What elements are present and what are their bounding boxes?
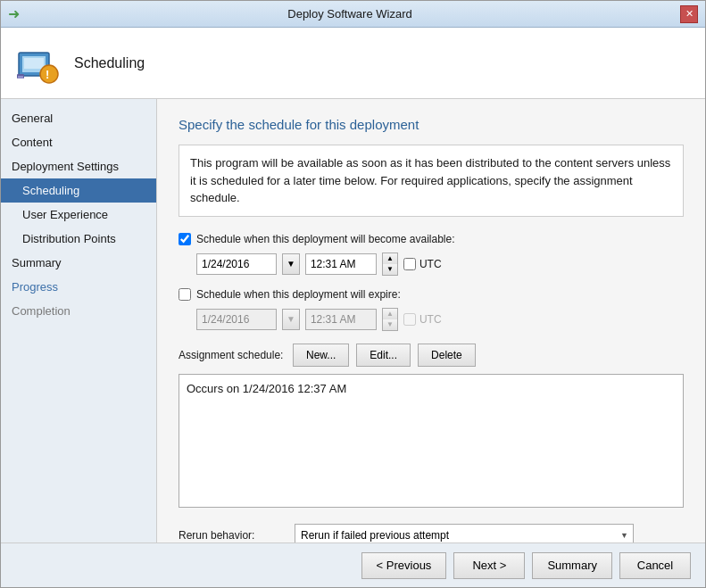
available-utc-checkbox[interactable]: [403, 258, 416, 270]
arrow-icon: ➜: [8, 5, 20, 22]
schedule-list[interactable]: Occurs on 1/24/2016 12:37 AM: [179, 374, 684, 508]
section-title: Specify the schedule for this deployment: [179, 117, 684, 132]
info-box: This program will be available as soon a…: [179, 145, 684, 217]
edit-button[interactable]: Edit...: [356, 344, 411, 367]
expire-group: Schedule when this deployment will expir…: [179, 288, 684, 331]
expire-time-up-button[interactable]: ▲: [383, 309, 397, 319]
title-bar: ➜ Deploy Software Wizard ✕: [1, 1, 705, 28]
assignment-row: Assignment schedule: New... Edit... Dele…: [179, 344, 684, 367]
available-utc-label: UTC: [419, 258, 442, 270]
close-button[interactable]: ✕: [680, 5, 698, 23]
window-title: Deploy Software Wizard: [20, 7, 680, 21]
footer: < Previous Next > Summary Cancel: [1, 542, 705, 587]
expire-checkbox[interactable]: [179, 288, 191, 301]
main-content: General Content Deployment Settings Sche…: [1, 99, 705, 542]
available-utc-check: UTC: [403, 258, 442, 270]
rerun-select[interactable]: Rerun if failed previous attempt Always …: [295, 524, 634, 543]
sidebar-item-scheduling[interactable]: Scheduling: [1, 178, 156, 203]
previous-button[interactable]: < Previous: [361, 552, 447, 579]
expire-utc-checkbox[interactable]: [403, 313, 416, 326]
sidebar-item-deployment-settings[interactable]: Deployment Settings: [1, 154, 156, 178]
content-inner: Specify the schedule for this deployment…: [157, 99, 705, 542]
available-checkbox-row: Schedule when this deployment will becom…: [179, 233, 684, 245]
sidebar-item-completion[interactable]: Completion: [1, 299, 156, 323]
summary-button[interactable]: Summary: [532, 552, 612, 579]
sidebar: General Content Deployment Settings Sche…: [1, 99, 157, 542]
available-time-down-button[interactable]: ▼: [383, 264, 397, 275]
rerun-select-wrapper: Rerun if failed previous attempt Always …: [295, 524, 634, 543]
rerun-label: Rerun behavior:: [179, 529, 286, 542]
svg-rect-2: [24, 58, 44, 69]
expire-checkbox-label: Schedule when this deployment will expir…: [196, 288, 401, 301]
info-text: This program will be available as soon a…: [190, 156, 670, 204]
available-group: Schedule when this deployment will becom…: [179, 233, 684, 276]
available-checkbox[interactable]: [179, 233, 191, 245]
content-area: Specify the schedule for this deployment…: [157, 99, 705, 542]
next-button[interactable]: Next >: [453, 552, 525, 579]
schedule-entry: Occurs on 1/24/2016 12:37 AM: [187, 382, 346, 395]
cancel-button[interactable]: Cancel: [619, 552, 691, 579]
svg-text:!: !: [46, 68, 49, 81]
expire-utc-check: UTC: [403, 313, 442, 326]
header-section: ! Scheduling: [1, 28, 705, 99]
available-time-up-button[interactable]: ▲: [383, 253, 397, 264]
expire-checkbox-row: Schedule when this deployment will expir…: [179, 288, 684, 301]
expire-time-down-button[interactable]: ▼: [383, 319, 397, 330]
sidebar-item-user-experience[interactable]: User Experience: [1, 203, 156, 227]
available-date-picker-button[interactable]: ▼: [282, 253, 300, 275]
expire-time-spinner: ▲ ▼: [382, 308, 398, 331]
svg-rect-6: [18, 76, 23, 79]
header-title: Scheduling: [74, 55, 145, 71]
delete-button[interactable]: Delete: [418, 344, 476, 367]
sidebar-item-general[interactable]: General: [1, 106, 156, 130]
available-date-time-row: ▼ ▲ ▼ UTC: [196, 253, 684, 276]
expire-utc-label: UTC: [419, 313, 442, 326]
wizard-icon: !: [15, 40, 62, 87]
expire-date-input[interactable]: [196, 309, 277, 330]
expire-date-picker-button[interactable]: ▼: [282, 309, 300, 330]
sidebar-item-distribution-points[interactable]: Distribution Points: [1, 227, 156, 251]
sidebar-item-summary[interactable]: Summary: [1, 251, 156, 275]
window: ➜ Deploy Software Wizard ✕ ! Scheduling …: [0, 0, 706, 588]
expire-date-time-row: ▼ ▲ ▼ UTC: [196, 308, 684, 331]
available-checkbox-label: Schedule when this deployment will becom…: [196, 233, 455, 245]
available-date-input[interactable]: [196, 253, 277, 275]
available-time-input[interactable]: [305, 253, 377, 275]
expire-time-input[interactable]: [305, 309, 377, 330]
new-button[interactable]: New...: [293, 344, 349, 367]
sidebar-item-progress[interactable]: Progress: [1, 275, 156, 299]
assignment-label: Assignment schedule:: [179, 349, 286, 361]
available-time-spinner: ▲ ▼: [382, 253, 398, 276]
sidebar-item-content[interactable]: Content: [1, 130, 156, 154]
rerun-row: Rerun behavior: Rerun if failed previous…: [179, 524, 684, 543]
